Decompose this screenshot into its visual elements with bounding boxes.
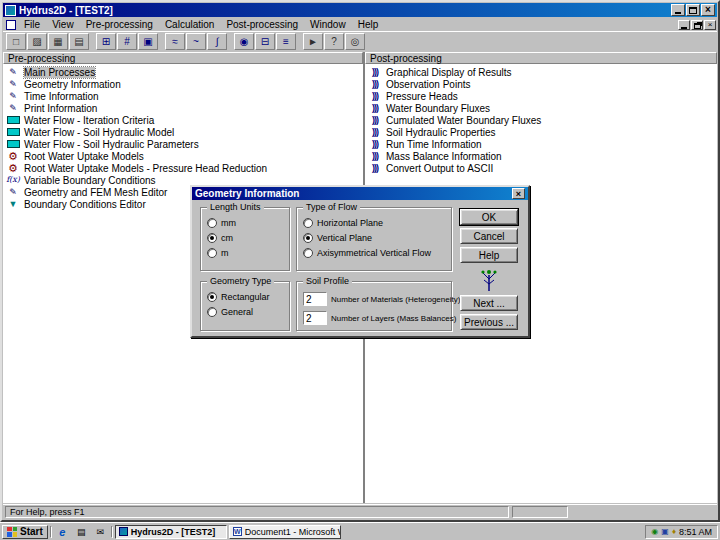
menu-pre-processing[interactable]: Pre-processing: [80, 19, 159, 30]
tray-volume-icon[interactable]: ♦: [672, 528, 676, 536]
list-item-time-information[interactable]: Time Information: [3, 90, 363, 102]
taskbar-button-word[interactable]: W Document1 - Microsoft W...: [229, 525, 341, 539]
materials-field-row: Number of Materials (Heterogeneity): [303, 292, 447, 306]
menu-calculation[interactable]: Calculation: [159, 19, 220, 30]
new-file-icon[interactable]: □: [6, 33, 26, 50]
mdi-restore-button[interactable]: [691, 20, 703, 30]
help-icon[interactable]: ?: [324, 33, 344, 50]
radio-horizontal-plane[interactable]: Horizontal Plane: [303, 218, 447, 228]
next-button[interactable]: Next ...: [460, 295, 518, 311]
dialog-close-button[interactable]: ×: [512, 188, 525, 199]
list-item-geometry-information[interactable]: Geometry Information: [3, 78, 363, 90]
close-button[interactable]: ×: [701, 4, 715, 16]
menu-file[interactable]: File: [18, 19, 46, 30]
list-item-main-processes[interactable]: Main Processes: [3, 66, 363, 78]
table-icon[interactable]: ⊟: [255, 33, 275, 50]
list-item-label: Pressure Heads: [386, 91, 458, 102]
internet-explorer-icon[interactable]: e: [54, 525, 71, 539]
radio-label: Vertical Plane: [317, 233, 372, 243]
pencil-icon: [5, 104, 21, 113]
menu-post-processing[interactable]: Post-processing: [220, 19, 304, 30]
number-of-layers-input[interactable]: [303, 311, 327, 325]
open-file-icon[interactable]: ▨: [27, 33, 47, 50]
list-item-mass-balance-information[interactable]: Mass Balance Information: [365, 150, 717, 162]
minimize-button[interactable]: [671, 4, 685, 16]
radio-general[interactable]: General: [207, 307, 285, 317]
list-item-label: Run Time Information: [386, 139, 482, 150]
list-item-label: Variable Boundary Conditions: [24, 175, 156, 186]
about-icon[interactable]: ◎: [345, 33, 365, 50]
list-item-label: Water Flow - Soil Hydraulic Parameters: [24, 139, 199, 150]
start-button[interactable]: Start: [2, 525, 48, 539]
mail-icon[interactable]: ✉: [92, 525, 109, 539]
list-item-convert-output-ascii[interactable]: Convert Output to ASCII: [365, 162, 717, 174]
list-item-root-water-uptake[interactable]: Root Water Uptake Models: [3, 150, 363, 162]
list-item-soil-hydraulic-properties[interactable]: Soil Hydraulic Properties: [365, 126, 717, 138]
radio-icon: [303, 218, 313, 228]
chart-icon[interactable]: ~: [186, 33, 206, 50]
list-item-observation-points[interactable]: Observation Points: [365, 78, 717, 90]
text-output-icon[interactable]: ≡: [276, 33, 296, 50]
mesh-grid-icon[interactable]: ⊞: [96, 33, 116, 50]
cancel-button[interactable]: Cancel: [460, 228, 518, 244]
ok-button[interactable]: OK: [460, 209, 518, 225]
mdi-close-button[interactable]: ×: [704, 20, 716, 30]
list-item-root-water-uptake-pressure[interactable]: Root Water Uptake Models - Pressure Head…: [3, 162, 363, 174]
run-calculation-icon[interactable]: ►: [303, 33, 323, 50]
radio-mm[interactable]: mm: [207, 218, 285, 228]
radio-axisymmetrical-flow[interactable]: Axisymmetrical Vertical Flow: [303, 248, 447, 258]
radio-icon: [303, 233, 313, 243]
tray-status-icon[interactable]: ◉: [651, 528, 658, 536]
list-item-run-time-information[interactable]: Run Time Information: [365, 138, 717, 150]
boundary-icon[interactable]: ▣: [138, 33, 158, 50]
geometry-type-label: Geometry Type: [207, 276, 274, 286]
pencil-icon: [5, 68, 21, 77]
list-item-iteration-criteria[interactable]: Water Flow - Iteration Criteria: [3, 114, 363, 126]
list-item-pressure-heads[interactable]: Pressure Heads: [365, 90, 717, 102]
radio-icon: [207, 248, 217, 258]
menu-view[interactable]: View: [46, 19, 80, 30]
observation-icon[interactable]: ◉: [234, 33, 254, 50]
tray-display-icon[interactable]: ▣: [661, 528, 669, 536]
list-item-label: Boundary Conditions Editor: [24, 199, 146, 210]
gear-icon: [5, 163, 21, 174]
list-item-soil-hydraulic-parameters[interactable]: Water Flow - Soil Hydraulic Parameters: [3, 138, 363, 150]
list-item-label: Graphical Display of Results: [386, 67, 512, 78]
show-desktop-icon[interactable]: ▤: [73, 525, 90, 539]
type-of-flow-group: Type of Flow Horizontal Plane Vertical P…: [296, 207, 452, 271]
status-message: For Help, press F1: [5, 506, 509, 518]
app-icon: [5, 5, 16, 16]
soil-layer-icon: [5, 128, 21, 136]
graph-icon[interactable]: ∫: [207, 33, 227, 50]
list-item-print-information[interactable]: Print Information: [3, 102, 363, 114]
menu-window[interactable]: Window: [304, 19, 352, 30]
radio-m[interactable]: m: [207, 248, 285, 258]
list-item-label: Convert Output to ASCII: [386, 163, 493, 174]
radio-rectangular[interactable]: Rectangular: [207, 292, 285, 302]
results-chart-icon: [367, 140, 383, 149]
help-button[interactable]: Help: [460, 247, 518, 263]
gear-icon: [5, 151, 21, 162]
mdi-minimize-button[interactable]: [678, 20, 690, 30]
list-item-water-boundary-fluxes[interactable]: Water Boundary Fluxes: [365, 102, 717, 114]
taskbar-button-hydrus[interactable]: Hydrus2D - [TEST2]: [115, 525, 227, 539]
list-item-graphical-display[interactable]: Graphical Display of Results: [365, 66, 717, 78]
nodes-icon[interactable]: #: [117, 33, 137, 50]
radio-vertical-plane[interactable]: Vertical Plane: [303, 233, 447, 243]
dialog-title-bar: Geometry Information ×: [192, 187, 528, 200]
document-icon: [6, 20, 16, 30]
maximize-icon: [689, 7, 697, 14]
number-of-materials-input[interactable]: [303, 292, 327, 306]
previous-button[interactable]: Previous ...: [460, 314, 518, 330]
maximize-button[interactable]: [686, 4, 700, 16]
save-file-icon[interactable]: ▦: [48, 33, 68, 50]
materials-field-label: Number of Materials (Heterogeneity): [331, 295, 460, 304]
radio-icon: [207, 233, 217, 243]
minimize-icon: [675, 12, 681, 14]
radio-cm[interactable]: cm: [207, 233, 285, 243]
print-icon[interactable]: ▤: [69, 33, 89, 50]
list-item-cumulated-water-boundary-fluxes[interactable]: Cumulated Water Boundary Fluxes: [365, 114, 717, 126]
list-item-soil-hydraulic-model[interactable]: Water Flow - Soil Hydraulic Model: [3, 126, 363, 138]
water-flow-icon[interactable]: ≈: [165, 33, 185, 50]
menu-help[interactable]: Help: [352, 19, 385, 30]
